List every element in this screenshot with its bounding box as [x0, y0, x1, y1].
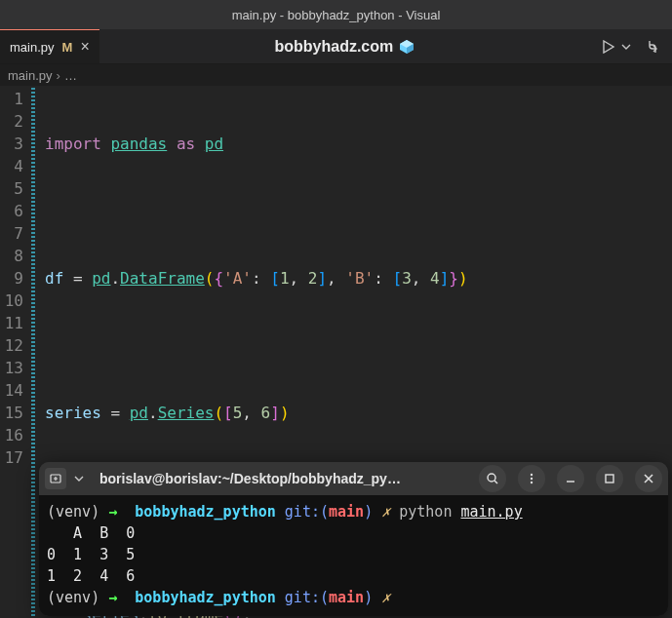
terminal-line-1: (venv) → bobbyhadz_python git:(main) ✗ p…: [47, 501, 660, 522]
n2: 2: [308, 269, 318, 288]
var-series: series: [45, 404, 101, 422]
terminal-newtab-button[interactable]: [45, 468, 66, 489]
n6: 6: [261, 404, 271, 422]
key-a: 'A': [223, 269, 252, 288]
op-eq2: =: [110, 404, 120, 422]
breadcrumb-rest: …: [64, 68, 77, 83]
svg-point-9: [531, 474, 533, 476]
svg-marker-3: [604, 41, 613, 53]
terminal-dropdown-icon[interactable]: [74, 474, 92, 483]
run-icon[interactable]: [602, 40, 615, 54]
fold-guide: [31, 88, 35, 618]
terminal-menu-button[interactable]: [518, 465, 545, 492]
editor-actions: [590, 29, 672, 63]
svg-point-10: [531, 478, 533, 480]
line-gutter: 1234567891011121314151617: [0, 88, 29, 618]
svg-line-8: [494, 481, 497, 483]
compare-icon[interactable]: [645, 39, 660, 55]
svg-point-11: [531, 482, 533, 483]
n5: 5: [233, 404, 243, 422]
terminal-out-1: A B 0: [47, 522, 660, 544]
tab-main-py[interactable]: main.py M ×: [0, 29, 99, 63]
n3: 3: [402, 269, 412, 288]
terminal-minimize-button[interactable]: [557, 465, 584, 492]
terminal-body[interactable]: (venv) → bobbyhadz_python git:(main) ✗ p…: [39, 495, 668, 616]
svg-point-7: [488, 474, 495, 482]
key-b: 'B': [345, 269, 374, 288]
cube-icon: [399, 39, 415, 55]
breadcrumb[interactable]: main.py › …: [0, 64, 672, 86]
var-df: df: [45, 269, 63, 288]
module-pandas: pandas: [110, 135, 167, 153]
terminal-title: borislav@borislav:~/Desktop/bobbyhadz_py…: [99, 471, 467, 486]
terminal-maximize-button[interactable]: [596, 465, 623, 492]
terminal-window: borislav@borislav:~/Desktop/bobbyhadz_py…: [39, 462, 668, 616]
n4: 4: [430, 269, 440, 288]
terminal-out-3: 1 2 4 6: [47, 565, 660, 587]
op-eq: =: [73, 269, 83, 288]
tab-close-icon[interactable]: ×: [80, 38, 89, 56]
cls-dataframe: DataFrame: [120, 269, 205, 288]
cls-series: Series: [158, 404, 215, 422]
terminal-out-2: 0 1 3 5: [47, 544, 660, 565]
breadcrumb-file: main.py: [8, 68, 53, 83]
mod-pd2: pd: [130, 404, 148, 422]
kw-as: as: [177, 135, 195, 153]
window-title: main.py - bobbyhadz_python - Visual: [0, 0, 672, 29]
center-text: bobbyhadz.com: [274, 38, 393, 56]
n1: 1: [280, 269, 290, 288]
tab-modified-marker: M: [62, 40, 73, 55]
mod-pd: pd: [92, 269, 110, 288]
terminal-close-button[interactable]: [635, 465, 662, 492]
chevron-right-icon: ›: [57, 68, 60, 83]
window-title-text: main.py - bobbyhadz_python - Visual: [232, 8, 441, 22]
editor-center-label: bobbyhadz.com: [99, 29, 590, 63]
tab-filename: main.py: [10, 40, 55, 55]
tab-bar: main.py M × bobbyhadz.com: [0, 29, 672, 64]
kw-import: import: [45, 135, 101, 153]
run-dropdown-icon[interactable]: [621, 42, 631, 52]
svg-rect-13: [606, 475, 613, 483]
alias-pd: pd: [205, 135, 223, 153]
terminal-titlebar[interactable]: borislav@borislav:~/Desktop/bobbyhadz_py…: [39, 462, 668, 495]
terminal-line-5: (venv) → bobbyhadz_python git:(main) ✗: [47, 587, 660, 608]
terminal-search-button[interactable]: [479, 465, 506, 492]
